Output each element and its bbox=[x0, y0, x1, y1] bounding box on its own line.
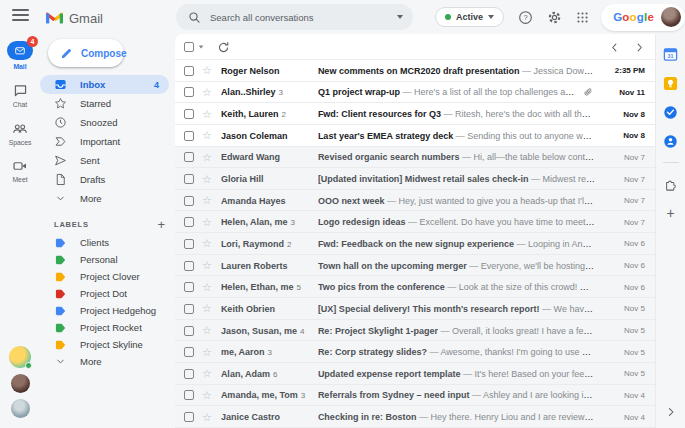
get-addons-icon[interactable] bbox=[664, 176, 678, 191]
tasks-icon[interactable] bbox=[663, 105, 678, 120]
email-row[interactable]: ☆ Roger Nelson New comments on MCR2020 d… bbox=[175, 60, 655, 82]
email-row[interactable]: ☆ Alan, Adam6 Updated expense report tem… bbox=[175, 363, 655, 385]
sidebar-item-inbox[interactable]: Inbox 4 bbox=[40, 75, 169, 94]
sidebar-item-important[interactable]: Important bbox=[40, 132, 175, 151]
row-checkbox[interactable] bbox=[184, 152, 194, 162]
refresh-icon[interactable] bbox=[217, 41, 230, 54]
sidebar-label[interactable]: Project Hedgehog bbox=[40, 302, 175, 319]
keep-icon[interactable] bbox=[663, 76, 678, 91]
star-icon[interactable]: ☆ bbox=[202, 195, 212, 206]
contact-avatar[interactable] bbox=[11, 399, 30, 418]
email-row[interactable]: ☆ Alan..Shirley3 Q1 project wrap-up — He… bbox=[175, 82, 655, 104]
row-checkbox[interactable] bbox=[184, 369, 194, 379]
email-row[interactable]: ☆ Lori, Raymond2 Fwd: Feedback on the ne… bbox=[175, 233, 655, 255]
add-label-button[interactable]: + bbox=[157, 218, 165, 231]
star-icon[interactable]: ☆ bbox=[202, 238, 212, 249]
contacts-icon[interactable] bbox=[663, 134, 678, 149]
star-icon[interactable]: ☆ bbox=[202, 412, 212, 423]
main-menu-icon[interactable] bbox=[12, 9, 29, 21]
older-page-chevron-icon[interactable] bbox=[634, 42, 645, 53]
select-options-caret-icon[interactable] bbox=[199, 45, 204, 48]
sidebar-label[interactable]: Clients bbox=[40, 234, 175, 251]
star-icon[interactable]: ☆ bbox=[202, 260, 212, 271]
row-checkbox[interactable] bbox=[184, 412, 194, 422]
row-checkbox[interactable] bbox=[184, 217, 194, 227]
email-row[interactable]: ☆ me, Aaron3 Re: Corp strategy slides? —… bbox=[175, 341, 655, 363]
hide-side-panel-chevron-icon[interactable] bbox=[665, 406, 677, 418]
email-row[interactable]: ☆ Helen, Ethan, me5 Two pics from the co… bbox=[175, 276, 655, 298]
row-checkbox[interactable] bbox=[184, 326, 194, 336]
compose-button[interactable]: Compose bbox=[48, 39, 124, 67]
email-row[interactable]: ☆ Jason Coleman Last year's EMEA strateg… bbox=[175, 125, 655, 147]
calendar-icon[interactable]: 31 bbox=[663, 47, 678, 62]
email-row[interactable]: ☆ Helen, Alan, me3 Logo redesign ideas —… bbox=[175, 211, 655, 233]
sidebar-label[interactable]: Project Rocket bbox=[40, 319, 175, 336]
sidebar-item-snoozed[interactable]: Snoozed bbox=[40, 113, 175, 132]
email-row[interactable]: ☆ Keith, Lauren2 Fwd: Client resources f… bbox=[175, 103, 655, 125]
email-row[interactable]: ☆ Amanda, me, Tom3 Referrals from Sydney… bbox=[175, 385, 655, 407]
user-avatar[interactable] bbox=[661, 7, 681, 27]
row-checkbox[interactable] bbox=[184, 390, 194, 400]
chat-icon bbox=[13, 83, 28, 98]
row-checkbox[interactable] bbox=[184, 347, 194, 357]
row-checkbox[interactable] bbox=[184, 282, 194, 292]
label-tag-icon bbox=[53, 305, 67, 317]
newer-page-chevron-icon[interactable] bbox=[609, 42, 620, 53]
sidebar-label[interactable]: Project Skyline bbox=[40, 336, 175, 353]
settings-gear-button[interactable] bbox=[547, 10, 562, 25]
row-checkbox[interactable] bbox=[184, 131, 194, 141]
sidebar-item-more[interactable]: More bbox=[40, 189, 175, 208]
contact-avatar-sticker[interactable] bbox=[9, 346, 31, 368]
star-icon[interactable]: ☆ bbox=[202, 130, 212, 141]
rail-item-mail[interactable]: 4 Mail bbox=[7, 41, 33, 70]
star-icon[interactable]: ☆ bbox=[202, 347, 212, 358]
row-checkbox[interactable] bbox=[184, 66, 194, 76]
star-icon[interactable]: ☆ bbox=[202, 65, 212, 76]
search-options-caret-icon[interactable] bbox=[397, 15, 403, 19]
sidebar-label[interactable]: Personal bbox=[40, 251, 175, 268]
star-icon[interactable]: ☆ bbox=[202, 325, 212, 336]
rail-item-spaces[interactable]: Spaces bbox=[9, 121, 32, 146]
email-row[interactable]: ☆ Jason, Susan, me4 Re: Project Skylight… bbox=[175, 320, 655, 342]
search-input[interactable] bbox=[210, 12, 397, 23]
apps-grid-button[interactable] bbox=[576, 11, 589, 24]
rail-item-chat[interactable]: Chat bbox=[13, 83, 28, 108]
contact-avatar[interactable] bbox=[11, 374, 30, 393]
row-checkbox[interactable] bbox=[184, 261, 194, 271]
row-checkbox[interactable] bbox=[184, 196, 194, 206]
sidebar-item-drafts[interactable]: Drafts bbox=[40, 170, 175, 189]
help-button[interactable]: ? bbox=[518, 10, 533, 25]
row-checkbox[interactable] bbox=[184, 174, 194, 184]
email-row[interactable]: ☆ Gloria Hill [Updated invitation] Midwe… bbox=[175, 168, 655, 190]
email-row[interactable]: ☆ Lauren Roberts Town hall on the upcomi… bbox=[175, 255, 655, 277]
sidebar-label[interactable]: Project Dot bbox=[40, 285, 175, 302]
star-icon[interactable]: ☆ bbox=[202, 303, 212, 314]
sidebar-item-sent[interactable]: Sent bbox=[40, 151, 175, 170]
star-icon[interactable]: ☆ bbox=[202, 282, 212, 293]
sidebar-item-starred[interactable]: Starred bbox=[40, 94, 175, 113]
google-account-pill[interactable]: Google bbox=[601, 4, 685, 31]
row-checkbox[interactable] bbox=[184, 304, 194, 314]
star-icon[interactable]: ☆ bbox=[202, 217, 212, 228]
star-icon[interactable]: ☆ bbox=[202, 87, 212, 98]
star-icon[interactable]: ☆ bbox=[202, 368, 212, 379]
add-panel-app-button[interactable]: + bbox=[666, 205, 674, 220]
star-icon[interactable]: ☆ bbox=[202, 152, 212, 163]
email-row[interactable]: ☆ Janice Castro Checking in re: Boston —… bbox=[175, 406, 655, 428]
rail-item-meet[interactable]: Meet bbox=[12, 159, 28, 183]
status-selector[interactable]: Active bbox=[435, 7, 504, 27]
search-bar[interactable] bbox=[176, 4, 413, 30]
row-checkbox[interactable] bbox=[184, 109, 194, 119]
labels-more[interactable]: More bbox=[40, 353, 175, 370]
star-icon[interactable]: ☆ bbox=[202, 174, 212, 185]
email-row[interactable]: ☆ Edward Wang Revised organic search num… bbox=[175, 147, 655, 169]
select-all-checkbox[interactable] bbox=[184, 42, 194, 52]
star-icon[interactable]: ☆ bbox=[202, 109, 212, 120]
email-row[interactable]: ☆ Keith Obrien [UX] Special delivery! Th… bbox=[175, 298, 655, 320]
email-date: Nov 7 bbox=[599, 175, 645, 184]
email-row[interactable]: ☆ Amanda Hayes OOO next week — Hey, just… bbox=[175, 190, 655, 212]
row-checkbox[interactable] bbox=[184, 239, 194, 249]
star-icon[interactable]: ☆ bbox=[202, 390, 212, 401]
sidebar-label[interactable]: Project Clover bbox=[40, 268, 175, 285]
row-checkbox[interactable] bbox=[184, 87, 194, 97]
